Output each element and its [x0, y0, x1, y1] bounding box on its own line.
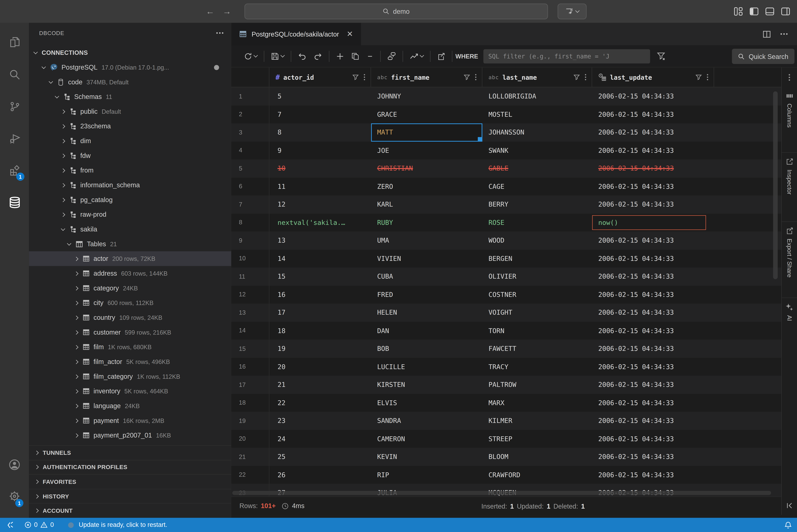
tree-item[interactable]: CONNECTIONS — [29, 45, 231, 60]
cell-last-name[interactable]: CAGE — [483, 177, 592, 195]
cell-first-name[interactable]: JOE — [371, 141, 483, 159]
cell-first-name[interactable]: KEVIN — [371, 448, 483, 466]
table-row[interactable]: 1 5 JOHNNY LOLLOBRIGIDA 2006-02-15 04:34… — [231, 87, 781, 106]
table-row[interactable]: 11 15 CUBA OLIVIER 2006-02-15 04:34:33 — [231, 267, 781, 286]
right-tab-inspector[interactable]: Inspector — [782, 153, 797, 222]
cell-first-name[interactable]: VIVIEN — [371, 250, 483, 268]
table-row[interactable]: 18 22 ELVIS MARX 2006-02-15 04:34:33 — [231, 394, 781, 412]
save-button[interactable] — [271, 52, 284, 60]
cell-first-name[interactable]: BOB — [371, 340, 483, 358]
tree-item[interactable]: dim — [29, 133, 231, 148]
toggle-panel-icon[interactable] — [765, 7, 775, 16]
row-number-cell[interactable]: 3 — [231, 124, 269, 141]
row-number-cell[interactable]: 16 — [231, 358, 269, 376]
cell-last-name[interactable]: BERRY — [483, 195, 592, 213]
tree-item[interactable]: PostgreSQL 17.0 (Debian 17.0-1.pg... — [29, 60, 231, 75]
cell-last-name[interactable]: WOOD — [483, 231, 592, 250]
cell-actor-id[interactable]: 21 — [269, 376, 371, 394]
transactions-icon[interactable] — [387, 52, 396, 60]
settings-gear-icon[interactable]: 1 — [0, 484, 29, 508]
cell-last-name[interactable]: TRACY — [483, 358, 592, 376]
filter-funnel-icon[interactable] — [464, 74, 470, 80]
table-row[interactable]: 7 12 KARL BERRY 2006-02-15 04:34:33 — [231, 195, 781, 213]
cell-last-name[interactable]: PALTROW — [483, 376, 592, 394]
refresh-button[interactable] — [244, 52, 257, 60]
cell-actor-id[interactable]: 10 — [269, 159, 371, 177]
column-header-first-name[interactable]: abc first_name — [371, 68, 483, 87]
tree-item[interactable]: public Default — [29, 104, 231, 119]
sidebar-section-header[interactable]: FAVORITES — [29, 474, 231, 489]
cell-first-name[interactable]: SANDRA — [371, 412, 483, 430]
cell-last-name[interactable]: MOSTEL — [483, 105, 592, 124]
cell-last-update[interactable]: 2006-02-15 04:34:33 — [592, 159, 714, 177]
tree-item[interactable]: Tables 21 — [29, 236, 231, 251]
row-number-cell[interactable]: 4 — [231, 141, 269, 159]
right-tab-export-share[interactable]: Export / Share — [782, 222, 797, 298]
cell-first-name[interactable]: CHRISTIAN — [371, 159, 483, 177]
tree-item[interactable]: actor 200 rows, 72KB — [29, 251, 231, 266]
notifications-bell-icon[interactable] — [784, 521, 792, 529]
run-debug-icon[interactable] — [0, 126, 29, 151]
cell-last-name[interactable]: BERGEN — [483, 250, 592, 268]
update-message[interactable]: Update is ready, click to restart. — [79, 521, 167, 529]
kebab-menu-icon[interactable] — [475, 74, 477, 81]
cell-actor-id[interactable]: 19 — [269, 340, 371, 358]
cell-first-name[interactable]: CAMERON — [371, 430, 483, 448]
table-row[interactable]: 14 18 DAN TORN 2006-02-15 04:34:33 — [231, 322, 781, 340]
cell-last-name[interactable]: OLIVIER — [483, 267, 592, 286]
customize-layout-icon[interactable] — [733, 7, 743, 16]
toggle-secondary-sidebar-icon[interactable] — [781, 7, 790, 16]
cell-actor-id[interactable]: 18 — [269, 322, 371, 340]
cell-first-name[interactable]: RUBY — [371, 213, 483, 232]
export-icon[interactable] — [437, 52, 445, 60]
sidebar-section-header[interactable]: AUTHENTICATION PROFILES — [29, 460, 231, 474]
filter-funnel-icon[interactable] — [656, 52, 665, 60]
cell-actor-id[interactable]: 7 — [269, 105, 371, 124]
cell-last-name[interactable]: ROSE — [483, 213, 592, 232]
column-header-actor-id[interactable]: # actor_id — [269, 68, 371, 87]
tree-item[interactable]: from — [29, 163, 231, 178]
cell-last-name[interactable]: KILMER — [483, 412, 592, 430]
extensions-icon[interactable]: 1 — [0, 158, 29, 183]
tab-actor-table[interactable]: PostgreSQL/code/sakila/actor ✕ — [231, 23, 361, 45]
tree-item[interactable]: customer 599 rows, 216KB — [29, 325, 231, 340]
cell-last-update[interactable]: 2006-02-15 04:34:33 — [592, 87, 714, 106]
cell-first-name[interactable]: FRED — [371, 286, 483, 304]
cell-first-name[interactable]: CUBA — [371, 267, 483, 286]
cell-last-update[interactable]: 2006-02-15 04:34:33 — [592, 340, 714, 358]
cell-first-name[interactable]: JOHNNY — [371, 87, 483, 106]
cell-actor-id[interactable]: 14 — [269, 250, 371, 268]
cell-first-name[interactable]: ELVIS — [371, 394, 483, 412]
cell-last-update[interactable]: 2006-02-15 04:34:33 — [592, 141, 714, 159]
cell-actor-id[interactable]: nextval('sakila.… — [269, 213, 371, 232]
row-number-cell[interactable]: 7 — [231, 195, 269, 213]
cell-first-name[interactable]: DAN — [371, 322, 483, 340]
cell-actor-id[interactable]: 23 — [269, 412, 371, 430]
filter-funnel-icon[interactable] — [573, 74, 580, 80]
chart-button[interactable] — [410, 52, 423, 60]
cell-actor-id[interactable]: 13 — [269, 231, 371, 250]
cell-first-name[interactable]: KIRSTEN — [371, 376, 483, 394]
row-number-cell[interactable]: 21 — [231, 448, 269, 466]
accounts-icon[interactable] — [0, 452, 29, 477]
table-row[interactable]: 21 25 KEVIN BLOOM 2006-02-15 04:34:33 — [231, 448, 781, 466]
cell-actor-id[interactable]: 20 — [269, 358, 371, 376]
row-number-cell[interactable]: 10 — [231, 250, 269, 268]
problems-indicator[interactable]: 0 0 — [24, 521, 54, 529]
cell-fill-handle[interactable] — [478, 137, 482, 141]
cell-actor-id[interactable]: 5 — [269, 87, 371, 106]
cell-actor-id[interactable]: 12 — [269, 195, 371, 213]
add-row-icon[interactable] — [336, 52, 344, 60]
row-number-cell[interactable]: 6 — [231, 177, 269, 195]
kebab-menu-icon[interactable] — [584, 74, 586, 81]
cell-last-name[interactable]: VOIGHT — [483, 304, 592, 322]
row-number-cell[interactable]: 11 — [231, 267, 269, 286]
table-row[interactable]: 8 nextval('sakila.… RUBY ROSE now() — [231, 213, 781, 232]
row-number-cell[interactable]: 19 — [231, 412, 269, 430]
cell-last-name[interactable]: COSTNER — [483, 286, 592, 304]
table-row[interactable]: 13 17 HELEN VOIGHT 2006-02-15 04:34:33 — [231, 304, 781, 322]
table-row[interactable]: 4 9 JOE SWANK 2006-02-15 04:34:33 — [231, 141, 781, 159]
delete-row-icon[interactable] — [366, 53, 374, 60]
tree-item[interactable]: address 603 rows, 144KB — [29, 266, 231, 281]
table-row[interactable]: 16 20 LUCILLE TRACY 2006-02-15 04:34:33 — [231, 358, 781, 376]
